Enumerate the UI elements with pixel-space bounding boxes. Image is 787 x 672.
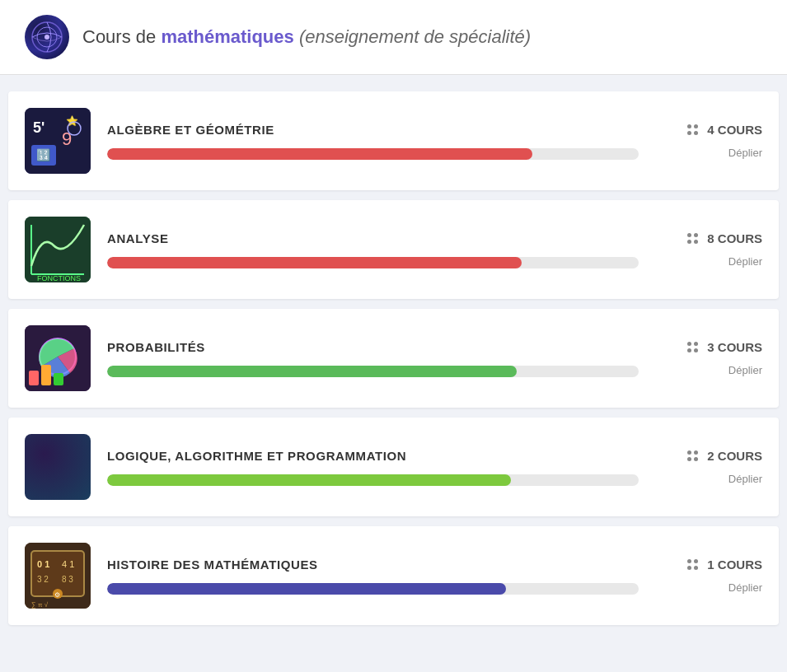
svg-rect-10 bbox=[25, 217, 91, 282]
category-meta-logique: 2 COURS Déplier bbox=[655, 449, 762, 485]
category-body-probabilites: PROBABILITÉS bbox=[107, 340, 639, 377]
svg-text:8 3: 8 3 bbox=[62, 575, 73, 584]
progress-bar-fill-logique bbox=[107, 474, 511, 486]
progress-bar-bg-probabilites bbox=[107, 366, 639, 377]
category-card-probabilites[interactable]: PROBABILITÉS 3 COURS Déplier bbox=[8, 309, 779, 408]
grid-icon-analyse bbox=[687, 233, 700, 244]
svg-rect-16 bbox=[29, 371, 39, 385]
category-thumb-probabilites bbox=[25, 325, 91, 391]
progress-bar-fill-analyse bbox=[107, 257, 522, 268]
progress-bar-fill-algebre bbox=[107, 148, 532, 160]
category-meta-probabilites: 3 COURS Déplier bbox=[655, 340, 762, 376]
grid-icon-logique bbox=[687, 450, 700, 461]
svg-text:9: 9 bbox=[62, 128, 72, 149]
category-body-analyse: ANALYSE bbox=[107, 231, 639, 268]
cours-count-histoire: 1 COURS bbox=[687, 558, 762, 572]
progress-bar-bg-analyse bbox=[107, 257, 639, 268]
page-title: Cours de mathématiques (enseignement de … bbox=[82, 26, 531, 48]
category-thumb-analyse: FONCTIONS bbox=[25, 217, 91, 282]
cours-count-label-algebre: 4 COURS bbox=[707, 123, 762, 137]
deplier-button-histoire[interactable]: Déplier bbox=[728, 581, 762, 594]
deplier-button-algebre[interactable]: Déplier bbox=[728, 147, 762, 159]
category-card-logique[interactable]: LOGIQUE, ALGORITHME ET PROGRAMMATION 2 C… bbox=[8, 418, 779, 516]
svg-text:0 1: 0 1 bbox=[37, 559, 49, 569]
progress-bar-bg-algebre bbox=[107, 148, 639, 160]
page-header: Cours de mathématiques (enseignement de … bbox=[0, 0, 787, 75]
category-name-histoire: HISTOIRE DES MATHÉMATIQUES bbox=[107, 558, 639, 572]
svg-text:5': 5' bbox=[33, 119, 45, 136]
category-thumb-histoire: 0 1 4 1 3 2 8 3 ⚙ ∑ π √ bbox=[25, 543, 91, 609]
category-name-probabilites: PROBABILITÉS bbox=[107, 340, 639, 354]
svg-text:⚙: ⚙ bbox=[54, 591, 60, 599]
deplier-button-logique[interactable]: Déplier bbox=[728, 473, 762, 485]
cours-count-label-analyse: 8 COURS bbox=[707, 231, 762, 245]
svg-text:🔢: 🔢 bbox=[36, 148, 51, 162]
category-name-logique: LOGIQUE, ALGORITHME ET PROGRAMMATION bbox=[107, 449, 639, 463]
category-name-algebre: ALGÈBRE ET GÉOMÉTRIE bbox=[107, 123, 639, 137]
progress-bar-bg-logique bbox=[107, 474, 639, 486]
category-name-analyse: ANALYSE bbox=[107, 231, 639, 245]
cours-count-logique: 2 COURS bbox=[687, 449, 762, 463]
svg-text:4 1: 4 1 bbox=[62, 559, 74, 569]
grid-icon-probabilites bbox=[687, 342, 700, 352]
progress-bar-fill-probabilites bbox=[107, 366, 517, 377]
svg-rect-17 bbox=[41, 365, 51, 385]
category-body-algebre: ALGÈBRE ET GÉOMÉTRIE bbox=[107, 123, 639, 160]
svg-rect-18 bbox=[54, 373, 63, 385]
category-card-analyse[interactable]: FONCTIONS ANALYSE 8 COURS Déplier bbox=[8, 200, 779, 299]
deplier-button-analyse[interactable]: Déplier bbox=[728, 255, 762, 268]
category-thumb-logique bbox=[25, 434, 91, 500]
category-meta-analyse: 8 COURS Déplier bbox=[655, 231, 762, 268]
category-thumb-algebre: 5' ⭐ 🔢 9 bbox=[25, 108, 91, 174]
progress-bar-bg-histoire bbox=[107, 583, 639, 595]
svg-point-2 bbox=[45, 35, 49, 40]
cours-count-label-probabilites: 3 COURS bbox=[707, 340, 762, 354]
category-body-logique: LOGIQUE, ALGORITHME ET PROGRAMMATION bbox=[107, 449, 639, 486]
grid-icon-histoire bbox=[687, 559, 700, 570]
svg-text:3 2: 3 2 bbox=[37, 575, 49, 584]
category-card-algebre[interactable]: 5' ⭐ 🔢 9 ALGÈBRE ET GÉOMÉTRIE 4 COURS Dé… bbox=[8, 91, 779, 190]
cours-count-label-histoire: 1 COURS bbox=[707, 558, 762, 572]
cours-count-label-logique: 2 COURS bbox=[707, 449, 762, 463]
svg-text:FONCTIONS: FONCTIONS bbox=[37, 274, 81, 282]
logo bbox=[25, 15, 69, 59]
category-meta-algebre: 4 COURS Déplier bbox=[655, 123, 762, 159]
grid-icon-algebre bbox=[687, 124, 700, 135]
progress-bar-fill-histoire bbox=[107, 583, 506, 595]
deplier-button-probabilites[interactable]: Déplier bbox=[728, 364, 762, 376]
svg-text:⭐: ⭐ bbox=[66, 114, 78, 127]
category-card-histoire[interactable]: 0 1 4 1 3 2 8 3 ⚙ ∑ π √ HISTOIRE DES MAT… bbox=[8, 526, 779, 625]
category-meta-histoire: 1 COURS Déplier bbox=[655, 558, 762, 594]
cours-count-analyse: 8 COURS bbox=[687, 231, 762, 245]
category-body-histoire: HISTOIRE DES MATHÉMATIQUES bbox=[107, 558, 639, 595]
cours-count-algebre: 4 COURS bbox=[687, 123, 762, 137]
svg-text:∑ π √: ∑ π √ bbox=[31, 601, 49, 609]
categories-list: 5' ⭐ 🔢 9 ALGÈBRE ET GÉOMÉTRIE 4 COURS Dé… bbox=[0, 75, 787, 642]
cours-count-probabilites: 3 COURS bbox=[687, 340, 762, 354]
